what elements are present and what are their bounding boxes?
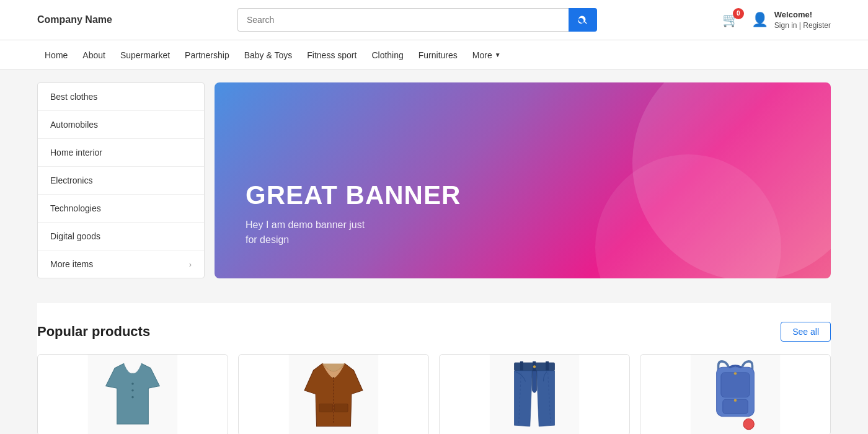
- svg-point-13: [533, 365, 536, 368]
- signin-text[interactable]: Sign in | Register: [774, 20, 831, 31]
- nav-item-about[interactable]: About: [75, 42, 113, 69]
- nav-item-more[interactable]: More ▼: [465, 42, 508, 69]
- hero-section: Best clothes Automobiles Home interior E…: [37, 82, 831, 278]
- sidebar-label-digital-goods: Digital goods: [50, 231, 100, 241]
- popular-products-section: Popular products See all: [37, 303, 831, 434]
- sidebar-item-automobiles[interactable]: Automobiles: [38, 111, 204, 139]
- popular-products-title: Popular products: [37, 324, 150, 340]
- sidebar-item-home-interior[interactable]: Home interior: [38, 139, 204, 167]
- search-button[interactable]: [569, 8, 597, 32]
- welcome-text: Welcome!: [774, 9, 831, 20]
- svg-point-20: [743, 418, 754, 429]
- jeans-image: [440, 355, 629, 434]
- product-card-jacket[interactable]: [238, 354, 429, 434]
- backpack-image: [640, 355, 830, 434]
- cart-badge: 0: [733, 8, 744, 19]
- svg-rect-18: [721, 373, 750, 397]
- nav-item-baby-toys[interactable]: Baby & Toys: [237, 42, 300, 69]
- chevron-right-icon: ›: [189, 260, 192, 269]
- svg-rect-10: [520, 361, 523, 372]
- svg-point-22: [734, 399, 737, 402]
- sidebar-item-electronics[interactable]: Electronics: [38, 167, 204, 195]
- product-card-jeans[interactable]: [439, 354, 630, 434]
- sidebar-label-electronics: Electronics: [50, 175, 92, 185]
- banner-title: GREAT BANNER: [246, 180, 461, 210]
- svg-rect-12: [546, 361, 549, 372]
- nav-item-partnership[interactable]: Partnership: [177, 42, 237, 69]
- nav-item-fitness[interactable]: Fitness sport: [299, 42, 364, 69]
- user-icon: 👤: [751, 12, 768, 28]
- nav-more-label: More: [472, 50, 492, 60]
- sidebar-item-digital-goods[interactable]: Digital goods: [38, 223, 204, 250]
- section-header: Popular products See all: [37, 322, 831, 342]
- search-input[interactable]: [237, 8, 569, 32]
- chevron-down-icon: ▼: [495, 51, 501, 58]
- svg-point-2: [131, 389, 134, 392]
- svg-rect-6: [319, 404, 333, 412]
- nav-item-clothing[interactable]: Clothing: [364, 42, 410, 69]
- sidebar-item-more-items[interactable]: More items ›: [38, 250, 204, 278]
- sidebar-item-best-clothes[interactable]: Best clothes: [38, 83, 204, 111]
- sidebar-label-home-interior: Home interior: [50, 148, 102, 157]
- sidebar-label-best-clothes: Best clothes: [50, 92, 97, 102]
- sidebar-label-automobiles: Automobiles: [50, 120, 98, 130]
- cart-button[interactable]: 🛒 0: [722, 12, 739, 28]
- product-card-shirt[interactable]: [37, 354, 228, 434]
- svg-point-21: [734, 372, 737, 374]
- svg-rect-7: [334, 404, 348, 412]
- banner-subtitle: Hey I am demo banner justfor design: [246, 218, 461, 247]
- search-icon: [577, 14, 588, 25]
- svg-point-3: [131, 396, 134, 399]
- banner-text-content: GREAT BANNER Hey I am demo banner justfo…: [246, 180, 461, 247]
- jacket-image: [239, 355, 428, 434]
- product-image-jacket: [239, 355, 428, 434]
- see-all-button[interactable]: See all: [781, 322, 831, 342]
- sidebar-label-more-items: More items: [50, 259, 93, 269]
- products-grid: [37, 354, 831, 434]
- nav-item-supermarket[interactable]: Supermarket: [113, 42, 177, 69]
- product-image-shirt: [38, 355, 228, 434]
- search-bar: [237, 8, 597, 32]
- user-info: Welcome! Sign in | Register: [774, 9, 831, 31]
- product-card-backpack[interactable]: [640, 354, 831, 434]
- header: Company Name 🛒 0 👤 Welcome! Sign in | Re…: [0, 0, 868, 40]
- header-right: 🛒 0 👤 Welcome! Sign in | Register: [722, 9, 831, 31]
- hero-banner: GREAT BANNER Hey I am demo banner justfo…: [215, 82, 831, 278]
- svg-point-1: [131, 383, 134, 385]
- user-section[interactable]: 👤 Welcome! Sign in | Register: [751, 9, 831, 31]
- nav-item-furnitures[interactable]: Furnitures: [411, 42, 465, 69]
- main-content: Best clothes Automobiles Home interior E…: [0, 70, 868, 434]
- nav-item-home[interactable]: Home: [37, 42, 75, 69]
- sidebar-item-technologies[interactable]: Technologies: [38, 195, 204, 223]
- product-image-jeans: [440, 355, 629, 434]
- shirt-image: [38, 355, 228, 434]
- sidebar-label-technologies: Technologies: [50, 203, 101, 213]
- product-image-backpack: [640, 355, 830, 434]
- company-logo: Company Name: [37, 14, 112, 25]
- sidebar: Best clothes Automobiles Home interior E…: [37, 82, 205, 278]
- navbar: Home About Supermarket Partnership Baby …: [0, 40, 868, 70]
